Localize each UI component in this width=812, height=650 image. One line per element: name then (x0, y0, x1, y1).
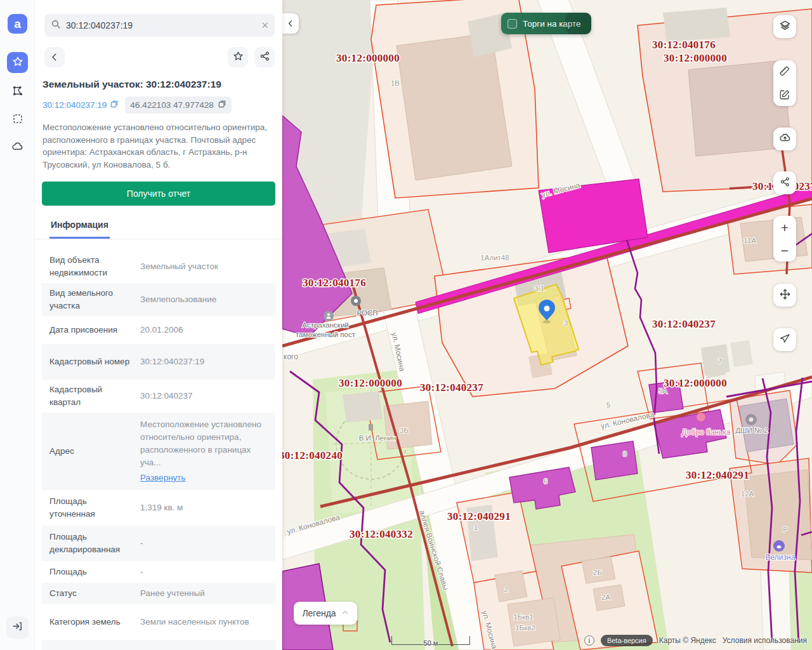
poi-label: Добро банька (682, 428, 731, 437)
street-label-partial: кого (284, 352, 298, 361)
cadastral-label: 30:12:040237 (420, 381, 483, 394)
table-row: Вид для эксплуатации (42, 640, 275, 650)
building-label: 11А (743, 237, 756, 244)
poi-label: ДШИ № 2 (735, 427, 768, 434)
select-area-rail-button[interactable] (7, 109, 28, 130)
customs-poi-icon[interactable] (324, 311, 334, 321)
building-label: 3 (564, 319, 568, 327)
table-row: Кадастровый номер 30:12:040237:19 (42, 344, 275, 380)
layers-button[interactable] (773, 15, 796, 38)
cadastral-number-link[interactable]: 30:12:040237:19 (43, 100, 119, 110)
draw-polygon-rail-button[interactable] (7, 81, 28, 102)
clear-search-icon[interactable]: × (261, 20, 268, 31)
icon-rail: a (0, 0, 35, 650)
share-map-button[interactable] (773, 171, 796, 194)
table-row: Площадь - (42, 561, 275, 583)
get-report-button[interactable]: Получить отчет (42, 182, 275, 206)
building-label: 3Б (400, 427, 409, 434)
chevron-up-icon (341, 608, 349, 618)
cloud-icon (11, 140, 23, 155)
app-logo[interactable]: a (8, 14, 27, 34)
tab-information[interactable]: Информация (49, 215, 110, 239)
table-row: Вид земельного участка Землепользование (42, 283, 275, 316)
auctions-checkbox[interactable] (508, 19, 517, 29)
object-description: Местоположение установлено относительно … (43, 121, 275, 171)
building-label: 8 (623, 450, 627, 458)
terms-link[interactable]: Условия использования (723, 636, 807, 645)
cadastral-label: 30:12:040237 (652, 318, 716, 330)
poi-label: РОСП (357, 309, 378, 317)
search-icon (51, 19, 61, 32)
navigation-arrow-icon (780, 333, 790, 347)
table-row: Площадь декларированная - (42, 526, 275, 561)
favorites-rail-button[interactable] (7, 52, 28, 73)
copy-icon[interactable] (110, 100, 119, 110)
cadastral-label: 30:12:040176 (303, 277, 366, 289)
building-label: 5 (606, 401, 610, 409)
legend-button[interactable]: Легенда (294, 602, 357, 625)
gavel-icon (565, 13, 591, 34)
table-row-address: Адрес Местоположение установлено относит… (42, 413, 275, 490)
move-icon (779, 288, 791, 303)
zoom-control: + − (773, 216, 796, 262)
building-label: 1 (474, 524, 478, 531)
star-icon (12, 56, 23, 70)
zoom-out-button[interactable]: − (773, 239, 796, 262)
building-label: 3/1 (534, 284, 544, 292)
auctions-on-map-toggle[interactable]: Торги на карте (501, 13, 591, 34)
building-label: Р (783, 526, 788, 533)
cadastral-label: 30:12:000000 (336, 52, 400, 64)
upload-button[interactable] (773, 128, 796, 150)
poi-label: Белизна (766, 553, 796, 562)
building-label: 2А (601, 594, 610, 601)
tab-bar: Информация (35, 215, 282, 239)
building-label: 6 (544, 477, 547, 485)
cadastral-label: 30:12:040240 (282, 449, 343, 461)
building-label: 1Алит48 (480, 254, 509, 262)
info-table: Вид объекта недвижимости Земельный участ… (42, 250, 275, 650)
layers-icon (779, 20, 791, 34)
expand-address-link[interactable]: Развернуть (140, 472, 186, 484)
pan-mode-button[interactable] (773, 284, 796, 307)
building-label: 2Б (593, 569, 602, 576)
table-row: Вид объекта недвижимости Земельный участ… (42, 250, 275, 283)
back-button[interactable] (44, 47, 65, 67)
table-row: Статус Ранее учтенный (42, 583, 275, 604)
cadastral-label: 30:12:040176 (652, 39, 716, 51)
star-outline-icon (233, 51, 244, 64)
banya-poi-icon[interactable] (697, 413, 705, 421)
cadastral-label: 30:12:000000 (339, 377, 402, 389)
share-button[interactable] (254, 47, 275, 67)
locate-me-button[interactable] (773, 328, 796, 351)
search-input[interactable] (66, 20, 261, 30)
cloud-upload-icon (779, 132, 791, 147)
building-label: 1Бкв2 (515, 624, 535, 632)
info-icon[interactable]: i (584, 635, 594, 646)
dashed-select-icon (12, 113, 23, 127)
building-label: 1В (391, 79, 400, 87)
copyright-text[interactable]: Карты © Яндекс (659, 636, 716, 645)
collapse-panel-button[interactable] (282, 13, 299, 34)
cloud-rail-button[interactable] (7, 137, 28, 158)
zoom-in-button[interactable]: + (773, 216, 796, 239)
coordinates-chip[interactable]: 46.422103 47.977428 (125, 96, 231, 114)
logout-button[interactable] (6, 616, 29, 639)
table-row: Площадь уточненная 1,319 кв. м (42, 490, 275, 526)
table-row: Кадастровый квартал 30:12:040237 (42, 380, 275, 413)
cadastral-label: 30:12:000000 (664, 377, 727, 389)
page-title: Земельный участок: 30:12:040237:19 (43, 79, 275, 90)
object-panel: × Земельный участок: 30:12:040237:19 30:… (35, 0, 282, 650)
cadastral-label: 30:12:040291 (686, 469, 749, 481)
favorite-button[interactable] (228, 47, 248, 67)
map-canvas[interactable]: ул. Мосина ул. Мосина ул. Коновалова ул.… (282, 0, 812, 650)
polygon-edit-icon (12, 85, 23, 99)
poi-label: В.И. Ленин (359, 434, 396, 442)
map-scale-bar: 50 м (391, 636, 470, 645)
edit-button[interactable] (773, 83, 796, 106)
share-nodes-icon (780, 176, 790, 190)
map-base-layer: ул. Мосина ул. Мосина ул. Коновалова ул.… (282, 0, 812, 650)
search-bar[interactable]: × (44, 14, 275, 37)
ruler-button[interactable] (773, 60, 796, 83)
copy-icon[interactable] (218, 100, 226, 110)
building-label: 7 (718, 357, 722, 365)
